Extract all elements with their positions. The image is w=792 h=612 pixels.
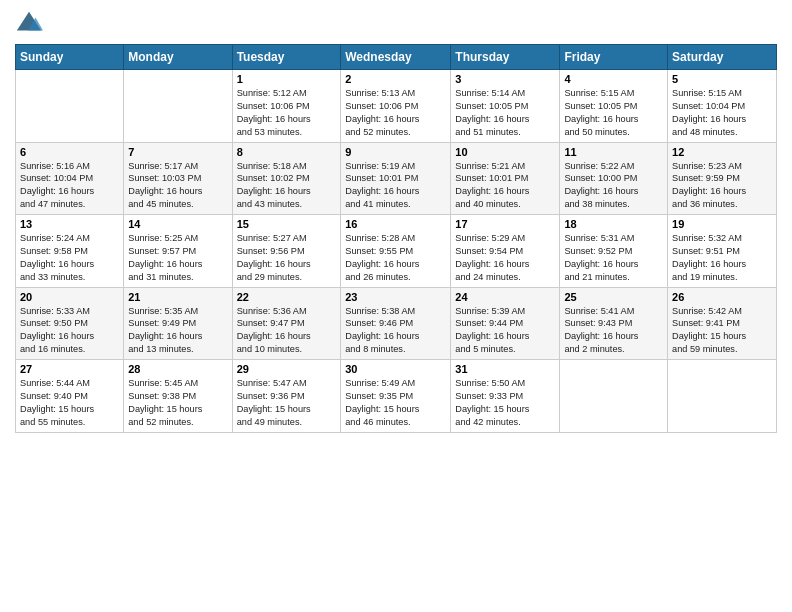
calendar-cell: 2Sunrise: 5:13 AM Sunset: 10:06 PM Dayli…: [341, 70, 451, 143]
day-info: Sunrise: 5:15 AM Sunset: 10:05 PM Daylig…: [564, 87, 663, 139]
calendar-table: SundayMondayTuesdayWednesdayThursdayFrid…: [15, 44, 777, 433]
day-number: 11: [564, 146, 663, 158]
day-number: 19: [672, 218, 772, 230]
day-info: Sunrise: 5:45 AM Sunset: 9:38 PM Dayligh…: [128, 377, 227, 429]
day-number: 4: [564, 73, 663, 85]
header-day-monday: Monday: [124, 45, 232, 70]
day-info: Sunrise: 5:31 AM Sunset: 9:52 PM Dayligh…: [564, 232, 663, 284]
calendar-header: SundayMondayTuesdayWednesdayThursdayFrid…: [16, 45, 777, 70]
logo: [15, 10, 45, 38]
calendar-cell: 24Sunrise: 5:39 AM Sunset: 9:44 PM Dayli…: [451, 287, 560, 360]
day-info: Sunrise: 5:22 AM Sunset: 10:00 PM Daylig…: [564, 160, 663, 212]
calendar-cell: 17Sunrise: 5:29 AM Sunset: 9:54 PM Dayli…: [451, 215, 560, 288]
week-row-1: 1Sunrise: 5:12 AM Sunset: 10:06 PM Dayli…: [16, 70, 777, 143]
day-info: Sunrise: 5:13 AM Sunset: 10:06 PM Daylig…: [345, 87, 446, 139]
calendar-cell: 15Sunrise: 5:27 AM Sunset: 9:56 PM Dayli…: [232, 215, 341, 288]
header-row: SundayMondayTuesdayWednesdayThursdayFrid…: [16, 45, 777, 70]
calendar-cell: 22Sunrise: 5:36 AM Sunset: 9:47 PM Dayli…: [232, 287, 341, 360]
calendar-cell: 3Sunrise: 5:14 AM Sunset: 10:05 PM Dayli…: [451, 70, 560, 143]
day-number: 31: [455, 363, 555, 375]
calendar-cell: 30Sunrise: 5:49 AM Sunset: 9:35 PM Dayli…: [341, 360, 451, 433]
day-info: Sunrise: 5:16 AM Sunset: 10:04 PM Daylig…: [20, 160, 119, 212]
day-number: 18: [564, 218, 663, 230]
calendar-cell: [668, 360, 777, 433]
day-number: 28: [128, 363, 227, 375]
day-info: Sunrise: 5:18 AM Sunset: 10:02 PM Daylig…: [237, 160, 337, 212]
week-row-3: 13Sunrise: 5:24 AM Sunset: 9:58 PM Dayli…: [16, 215, 777, 288]
calendar-cell: 14Sunrise: 5:25 AM Sunset: 9:57 PM Dayli…: [124, 215, 232, 288]
calendar-cell: 11Sunrise: 5:22 AM Sunset: 10:00 PM Dayl…: [560, 142, 668, 215]
day-info: Sunrise: 5:47 AM Sunset: 9:36 PM Dayligh…: [237, 377, 337, 429]
day-info: Sunrise: 5:33 AM Sunset: 9:50 PM Dayligh…: [20, 305, 119, 357]
calendar-cell: [124, 70, 232, 143]
week-row-4: 20Sunrise: 5:33 AM Sunset: 9:50 PM Dayli…: [16, 287, 777, 360]
calendar-cell: 5Sunrise: 5:15 AM Sunset: 10:04 PM Dayli…: [668, 70, 777, 143]
calendar-cell: 1Sunrise: 5:12 AM Sunset: 10:06 PM Dayli…: [232, 70, 341, 143]
page: SundayMondayTuesdayWednesdayThursdayFrid…: [0, 0, 792, 612]
day-info: Sunrise: 5:44 AM Sunset: 9:40 PM Dayligh…: [20, 377, 119, 429]
calendar-cell: 8Sunrise: 5:18 AM Sunset: 10:02 PM Dayli…: [232, 142, 341, 215]
day-number: 15: [237, 218, 337, 230]
calendar-body: 1Sunrise: 5:12 AM Sunset: 10:06 PM Dayli…: [16, 70, 777, 433]
header-day-tuesday: Tuesday: [232, 45, 341, 70]
day-info: Sunrise: 5:35 AM Sunset: 9:49 PM Dayligh…: [128, 305, 227, 357]
day-number: 22: [237, 291, 337, 303]
calendar-cell: 16Sunrise: 5:28 AM Sunset: 9:55 PM Dayli…: [341, 215, 451, 288]
day-number: 17: [455, 218, 555, 230]
day-number: 9: [345, 146, 446, 158]
day-info: Sunrise: 5:21 AM Sunset: 10:01 PM Daylig…: [455, 160, 555, 212]
day-number: 1: [237, 73, 337, 85]
header-day-wednesday: Wednesday: [341, 45, 451, 70]
header-day-friday: Friday: [560, 45, 668, 70]
day-number: 24: [455, 291, 555, 303]
day-number: 7: [128, 146, 227, 158]
calendar-cell: 25Sunrise: 5:41 AM Sunset: 9:43 PM Dayli…: [560, 287, 668, 360]
calendar-cell: 23Sunrise: 5:38 AM Sunset: 9:46 PM Dayli…: [341, 287, 451, 360]
day-number: 25: [564, 291, 663, 303]
day-number: 6: [20, 146, 119, 158]
week-row-2: 6Sunrise: 5:16 AM Sunset: 10:04 PM Dayli…: [16, 142, 777, 215]
header-day-sunday: Sunday: [16, 45, 124, 70]
day-number: 23: [345, 291, 446, 303]
day-info: Sunrise: 5:50 AM Sunset: 9:33 PM Dayligh…: [455, 377, 555, 429]
calendar-cell: 28Sunrise: 5:45 AM Sunset: 9:38 PM Dayli…: [124, 360, 232, 433]
day-number: 30: [345, 363, 446, 375]
calendar-cell: [560, 360, 668, 433]
day-number: 27: [20, 363, 119, 375]
day-number: 26: [672, 291, 772, 303]
day-number: 21: [128, 291, 227, 303]
day-number: 29: [237, 363, 337, 375]
day-info: Sunrise: 5:49 AM Sunset: 9:35 PM Dayligh…: [345, 377, 446, 429]
calendar-cell: 13Sunrise: 5:24 AM Sunset: 9:58 PM Dayli…: [16, 215, 124, 288]
day-number: 12: [672, 146, 772, 158]
calendar-cell: 18Sunrise: 5:31 AM Sunset: 9:52 PM Dayli…: [560, 215, 668, 288]
day-info: Sunrise: 5:24 AM Sunset: 9:58 PM Dayligh…: [20, 232, 119, 284]
day-number: 8: [237, 146, 337, 158]
logo-icon: [15, 10, 43, 38]
day-info: Sunrise: 5:39 AM Sunset: 9:44 PM Dayligh…: [455, 305, 555, 357]
calendar-cell: 27Sunrise: 5:44 AM Sunset: 9:40 PM Dayli…: [16, 360, 124, 433]
calendar-cell: 20Sunrise: 5:33 AM Sunset: 9:50 PM Dayli…: [16, 287, 124, 360]
day-info: Sunrise: 5:42 AM Sunset: 9:41 PM Dayligh…: [672, 305, 772, 357]
day-info: Sunrise: 5:12 AM Sunset: 10:06 PM Daylig…: [237, 87, 337, 139]
day-info: Sunrise: 5:15 AM Sunset: 10:04 PM Daylig…: [672, 87, 772, 139]
week-row-5: 27Sunrise: 5:44 AM Sunset: 9:40 PM Dayli…: [16, 360, 777, 433]
calendar-cell: [16, 70, 124, 143]
day-info: Sunrise: 5:25 AM Sunset: 9:57 PM Dayligh…: [128, 232, 227, 284]
day-number: 13: [20, 218, 119, 230]
day-info: Sunrise: 5:41 AM Sunset: 9:43 PM Dayligh…: [564, 305, 663, 357]
calendar-cell: 26Sunrise: 5:42 AM Sunset: 9:41 PM Dayli…: [668, 287, 777, 360]
calendar-cell: 10Sunrise: 5:21 AM Sunset: 10:01 PM Dayl…: [451, 142, 560, 215]
calendar-cell: 19Sunrise: 5:32 AM Sunset: 9:51 PM Dayli…: [668, 215, 777, 288]
day-info: Sunrise: 5:28 AM Sunset: 9:55 PM Dayligh…: [345, 232, 446, 284]
day-number: 10: [455, 146, 555, 158]
header-day-thursday: Thursday: [451, 45, 560, 70]
day-number: 16: [345, 218, 446, 230]
day-info: Sunrise: 5:27 AM Sunset: 9:56 PM Dayligh…: [237, 232, 337, 284]
calendar-cell: 12Sunrise: 5:23 AM Sunset: 9:59 PM Dayli…: [668, 142, 777, 215]
calendar-cell: 29Sunrise: 5:47 AM Sunset: 9:36 PM Dayli…: [232, 360, 341, 433]
day-info: Sunrise: 5:23 AM Sunset: 9:59 PM Dayligh…: [672, 160, 772, 212]
calendar-cell: 9Sunrise: 5:19 AM Sunset: 10:01 PM Dayli…: [341, 142, 451, 215]
day-info: Sunrise: 5:29 AM Sunset: 9:54 PM Dayligh…: [455, 232, 555, 284]
header: [15, 10, 777, 38]
